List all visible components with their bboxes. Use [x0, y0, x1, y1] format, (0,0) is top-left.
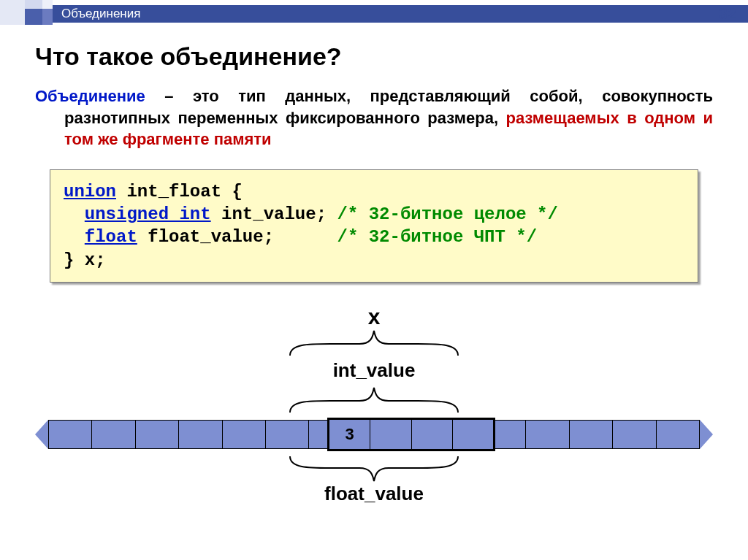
memory-cell: [613, 420, 656, 449]
memory-cell: [266, 420, 309, 449]
code-comment: /* 32-битное целое */: [337, 204, 557, 224]
slide-header: Объединения 32: [0, 0, 748, 26]
int-value-label: int_value: [35, 359, 713, 382]
code-text: float_value;: [137, 227, 337, 247]
memory-cell: [526, 420, 569, 449]
corner-decoration: [0, 0, 58, 26]
definition-term: Объединение: [35, 87, 145, 105]
strip-arrow-left-icon: [35, 420, 48, 449]
slide-title: Что такое объединение?: [35, 42, 713, 71]
code-text: int_float {: [116, 182, 243, 202]
memory-cell: [657, 420, 700, 449]
memory-cell: [136, 420, 179, 449]
memory-cell: [223, 420, 266, 449]
union-cell: 3: [329, 420, 370, 449]
memory-cell: [179, 420, 222, 449]
brace-float-icon: [286, 455, 462, 483]
keyword-union: union: [64, 182, 116, 202]
memory-cell: [48, 420, 92, 449]
page-number: 32: [719, 4, 736, 23]
keyword-float: float: [85, 227, 137, 247]
keyword-unsigned-int: unsigned int: [85, 204, 211, 224]
code-block: union int_float { unsigned int int_value…: [50, 169, 698, 283]
float-value-label: float_value: [35, 483, 713, 505]
definition-text: Объединение – это тип данных, представля…: [35, 85, 713, 150]
memory-cell: [92, 420, 135, 449]
code-comment: /* 32-битное ЧПТ */: [337, 227, 537, 247]
slide-content: Что такое объединение? Объединение – это…: [0, 26, 748, 516]
code-indent: [64, 227, 85, 247]
union-cell: [412, 420, 453, 449]
code-text: int_value;: [211, 204, 337, 224]
code-text: } x;: [64, 250, 106, 270]
section-title: Объединения: [53, 5, 748, 23]
strip-arrow-right-icon: [700, 420, 713, 449]
union-cell: [453, 420, 493, 449]
union-memory-region: 3: [327, 418, 495, 451]
brace-int-icon: [286, 386, 462, 414]
memory-diagram: x int_value: [35, 304, 713, 516]
brace-x-icon: [286, 329, 462, 357]
code-indent: [64, 204, 85, 224]
variable-label: x: [35, 304, 713, 329]
union-cell: [370, 420, 411, 449]
memory-cell: [570, 420, 613, 449]
